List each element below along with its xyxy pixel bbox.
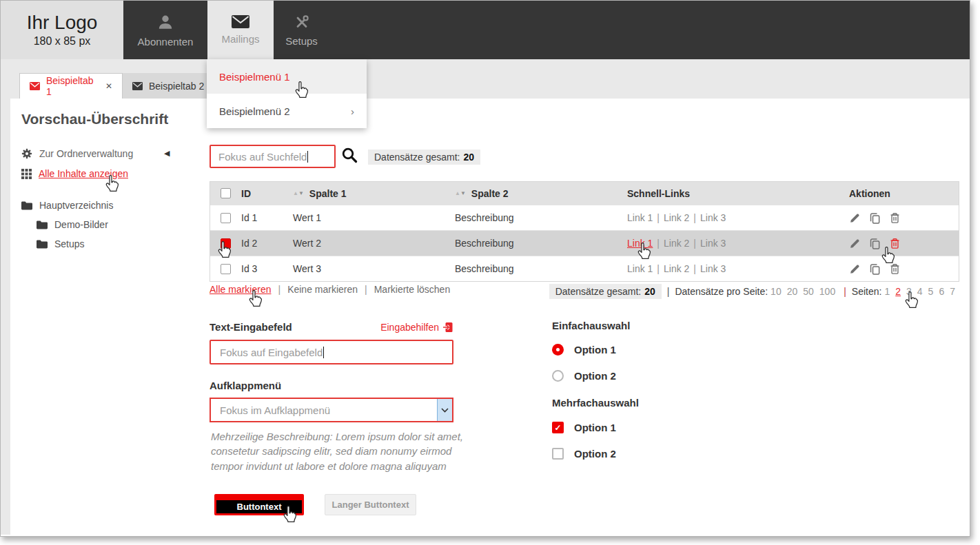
radio-option-2[interactable]: Option 2: [552, 370, 616, 382]
delete-marked-link[interactable]: Markierte löschen: [374, 284, 451, 295]
table-row[interactable]: Id 3 Wert 3 Beschreibung Link 1|Link 2|L…: [210, 256, 959, 281]
folder-icon: [37, 240, 48, 249]
folder-hauptverzeichnis[interactable]: Hauptverzeichnis: [21, 200, 113, 211]
page-5[interactable]: 5: [928, 286, 934, 297]
menu-item-beispielmenu-2[interactable]: Beispielmenü 2 ›: [207, 94, 367, 128]
edit-icon[interactable]: [849, 238, 861, 249]
nav-item-mailings[interactable]: Mailings: [207, 1, 274, 59]
radio-selected[interactable]: [552, 344, 564, 356]
cell-spalte1: Wert 2: [293, 238, 455, 249]
nav-item-abonnenten[interactable]: Abonnenten: [123, 1, 207, 59]
pagination: Datensätze gesamt: 20 | Datensätze pro S…: [549, 284, 958, 299]
page-6[interactable]: 6: [939, 286, 944, 297]
quick-link-3[interactable]: Link 3: [700, 263, 726, 274]
close-icon[interactable]: ✕: [105, 81, 112, 91]
chevron-down-icon[interactable]: [437, 399, 452, 421]
sidebar-collapse-icon[interactable]: ◀: [164, 149, 170, 158]
column-header-spalte1[interactable]: Spalte 1: [309, 188, 347, 199]
envelope-icon: [132, 82, 143, 90]
row-checkbox[interactable]: [221, 213, 231, 223]
logo-subtitle: 180 x 85 px: [34, 35, 91, 48]
quick-link-3[interactable]: Link 3: [700, 212, 726, 223]
folder-setups[interactable]: Setups: [37, 238, 85, 249]
cursor-icon: [104, 175, 119, 192]
records-total-label: Datensätze gesamt:: [374, 152, 460, 163]
table-row[interactable]: Id 2 Wert 2 Beschreibung Link 1|Link 2|L…: [210, 230, 959, 256]
page-7[interactable]: 7: [950, 286, 955, 297]
records-total-badge: Datensätze gesamt: 20: [368, 150, 480, 165]
per-page-10[interactable]: 10: [770, 286, 782, 297]
edit-icon[interactable]: [849, 263, 861, 275]
per-page-50[interactable]: 50: [803, 286, 814, 297]
app-window: Ihr Logo 180 x 85 px Abonnenten Mailings…: [0, 0, 980, 545]
cell-id: Id 2: [241, 238, 293, 249]
per-page-100[interactable]: 100: [819, 286, 835, 297]
copy-icon[interactable]: [869, 238, 881, 249]
edit-icon[interactable]: [849, 212, 861, 224]
checkbox-option-1[interactable]: ✓ Option 1: [552, 422, 616, 433]
checkbox-option-2[interactable]: Option 2: [552, 448, 616, 460]
search-icon[interactable]: [341, 147, 358, 164]
cursor-icon: [282, 506, 296, 523]
search-placeholder: Fokus auf Suchfeld: [218, 151, 307, 163]
folder-demo-bilder[interactable]: Demo-Bilder: [37, 219, 108, 230]
select-none-link[interactable]: Keine markieren: [287, 284, 358, 295]
quick-link-1[interactable]: Link 1: [627, 263, 653, 274]
records-total-badge: Datensätze gesamt: 20: [549, 284, 662, 299]
copy-icon[interactable]: [869, 263, 881, 275]
checkbox-checked[interactable]: ✓: [552, 422, 564, 433]
select-all-checkbox[interactable]: [221, 188, 231, 198]
pages-label: Seiten:: [852, 286, 882, 297]
page-title: Vorschau-Überschrift: [21, 111, 168, 127]
copy-icon[interactable]: [869, 212, 881, 224]
quick-link-3[interactable]: Link 3: [700, 238, 726, 249]
folder-icon: [37, 220, 48, 229]
menu-item-beispielmenu-1[interactable]: Beispielmenü 1: [207, 59, 367, 94]
column-header-spalte2[interactable]: Spalte 2: [471, 188, 509, 199]
select-all-link[interactable]: Alle markieren: [210, 284, 271, 295]
nav-label-mailings: Mailings: [221, 33, 259, 45]
row-checkbox[interactable]: [221, 264, 231, 274]
nav-item-setups[interactable]: Setups: [274, 1, 329, 59]
delete-icon[interactable]: [889, 212, 901, 224]
secondary-button[interactable]: Langer Buttontext: [325, 494, 416, 515]
folder-label: Hauptverzeichnis: [39, 200, 113, 211]
mail-icon: [232, 15, 249, 28]
per-page-20[interactable]: 20: [787, 286, 798, 297]
chevron-right-icon: ›: [351, 105, 354, 117]
navbar-filler: [329, 1, 970, 59]
quick-link-2[interactable]: Link 2: [664, 263, 689, 274]
text-caret: [307, 151, 308, 163]
user-icon: [156, 13, 174, 31]
dropdown-select[interactable]: Fokus im Aufklappmenü: [210, 398, 453, 422]
sort-icon[interactable]: ▲▼: [455, 191, 466, 196]
page-1[interactable]: 1: [884, 286, 890, 297]
sidebar-item-ordnerverwaltung[interactable]: Zur Ordnerverwaltung: [21, 148, 133, 159]
checkbox-unchecked[interactable]: [552, 448, 564, 460]
text-input-field[interactable]: Fokus auf Eingabefeld: [210, 340, 453, 364]
tab-label: Beispieltab 2: [149, 81, 204, 92]
nav-label-abonnenten: Abonnenten: [138, 36, 194, 48]
column-header-id[interactable]: ID: [241, 188, 293, 199]
page-2-current[interactable]: 2: [895, 286, 901, 297]
tab-beispieltab-1[interactable]: Beispieltab 1 ✕: [19, 73, 123, 99]
quick-link-1[interactable]: Link 1: [627, 212, 653, 223]
delete-icon[interactable]: [889, 263, 901, 275]
quick-link-2[interactable]: Link 2: [664, 212, 689, 223]
cell-spalte1: Wert 3: [293, 263, 455, 274]
cursor-icon: [216, 241, 231, 258]
folder-label: Setups: [54, 238, 85, 249]
cursor-icon: [294, 81, 308, 99]
table-row[interactable]: Id 1 Wert 1 Beschreibung Link 1|Link 2|L…: [210, 205, 959, 230]
page-frame: Ihr Logo 180 x 85 px Abonnenten Mailings…: [0, 0, 970, 537]
sort-icon[interactable]: ▲▼: [293, 191, 304, 196]
select-label: Aufklappmenü: [210, 380, 281, 391]
search-input[interactable]: Fokus auf Suchfeld: [210, 145, 336, 168]
input-helpers-link[interactable]: Eingabehilfen: [380, 322, 453, 333]
tab-label: Beispieltab 1: [46, 75, 96, 97]
quick-link-2[interactable]: Link 2: [664, 238, 689, 249]
radio-unselected[interactable]: [552, 370, 564, 382]
radio-option-1[interactable]: Option 1: [552, 344, 616, 356]
cell-spalte2: Beschreibung: [455, 263, 627, 274]
cursor-icon: [904, 291, 918, 309]
